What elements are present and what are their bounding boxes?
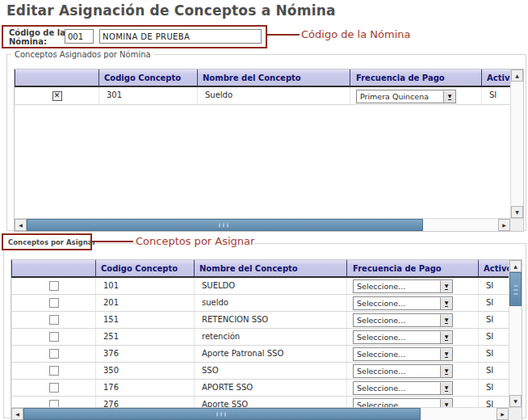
frecuencia-pago-select[interactable]: Seleccione...▼: [353, 313, 453, 327]
frecuencia-pago-select[interactable]: Seleccione...▼: [353, 347, 453, 361]
row-checkbox[interactable]: [49, 400, 59, 407]
frecuencia-pago-select[interactable]: Seleccione...▼: [353, 330, 453, 344]
nombre-concepto-cell: sueldo: [195, 295, 347, 311]
checkbox-cell: ✕: [15, 87, 99, 104]
dropdown-button[interactable]: ▼: [440, 331, 452, 343]
frecuencia-cell: Primera Quincena▼: [350, 87, 482, 104]
chevron-down-icon: ▼: [448, 94, 452, 100]
frecuencia-pago-select[interactable]: Seleccione...▼: [353, 364, 453, 378]
dropdown-button[interactable]: ▼: [440, 365, 452, 377]
scrollbar-thumb[interactable]: [23, 408, 421, 420]
scroll-up-button[interactable]: ▲: [509, 260, 522, 272]
horizontal-scrollbar[interactable]: ◀ ▶: [15, 218, 510, 231]
dropdown-button[interactable]: ▼: [440, 399, 452, 407]
nombre-concepto-cell: Aporte Patronal SSO: [195, 346, 347, 362]
frecuencia-selected-value: Seleccione...: [354, 350, 440, 359]
vertical-scrollbar[interactable]: ▲ ▼: [509, 260, 522, 407]
frecuencia-pago-select[interactable]: Seleccione...▼: [353, 381, 453, 395]
scroll-right-icon: ▶: [502, 223, 506, 228]
row-checkbox[interactable]: [49, 383, 59, 393]
checkbox-cell: [12, 278, 96, 294]
codigo-concepto-cell: 251: [96, 329, 195, 345]
chevron-down-icon: ▼: [445, 334, 449, 341]
frecuencia-selected-value: Seleccione...: [354, 282, 440, 291]
frecuencia-cell: Seleccione...▼: [347, 295, 479, 311]
row-checkbox[interactable]: [49, 281, 59, 291]
table-row: ✕301SueldoPrimera Quincena▼SI: [15, 87, 510, 105]
frecuencia-pago-select[interactable]: Seleccione...▼: [353, 398, 453, 407]
nomina-annotation-text: Código de la Nómina: [301, 28, 410, 40]
dropdown-button[interactable]: ▼: [443, 90, 455, 103]
nomina-code-input[interactable]: [65, 29, 94, 44]
scroll-down-button[interactable]: ▼: [511, 206, 523, 218]
scrollbar-track[interactable]: [23, 408, 497, 420]
table-row: 350SSOSeleccione...▼SI: [11, 363, 509, 380]
codigo-concepto-cell: 376: [96, 346, 195, 362]
scrollbar-track[interactable]: [511, 82, 523, 206]
scrollbar-thumb[interactable]: [27, 219, 423, 231]
assigned-concepts-fieldset: Conceptos Asignados por Nómina Codigo Co…: [6, 50, 526, 231]
table-row: 376Aporte Patronal SSOSeleccione...▼SI: [11, 346, 509, 363]
frecuencia-pago-select[interactable]: Primera Quincena▼: [356, 90, 456, 103]
scrollbar-corner: [510, 218, 523, 231]
frecuencia-cell: Seleccione...▼: [347, 380, 479, 396]
scrollbar-track[interactable]: [27, 219, 498, 231]
frecuencia-cell: Seleccione...▼: [347, 278, 479, 294]
nomina-name-input[interactable]: [99, 29, 262, 44]
available-concepts-table: Codigo ConceptoNombre del ConceptoFrecue…: [11, 260, 509, 407]
chevron-down-icon: ▼: [445, 317, 449, 324]
column-header: Activo: [479, 260, 509, 276]
dropdown-button[interactable]: ▼: [440, 280, 452, 292]
annotation-connector-line: [267, 34, 300, 36]
vertical-scrollbar[interactable]: ▲ ▼: [510, 69, 523, 218]
activo-cell: SI: [479, 312, 509, 328]
frecuencia-pago-select[interactable]: Seleccione...▼: [353, 296, 453, 310]
frecuencia-selected-value: Seleccione...: [354, 333, 440, 342]
frecuencia-cell: Seleccione...▼: [347, 363, 479, 379]
scroll-right-button[interactable]: ▶: [497, 408, 509, 420]
dropdown-button[interactable]: ▼: [440, 382, 452, 394]
scroll-left-button[interactable]: ◀: [15, 219, 27, 231]
nombre-concepto-cell: retención: [195, 329, 347, 345]
scroll-down-button[interactable]: ▼: [509, 395, 522, 407]
dropdown-button[interactable]: ▼: [440, 314, 452, 326]
frecuencia-pago-select[interactable]: Seleccione...▼: [353, 279, 453, 293]
activo-cell: SI: [479, 380, 509, 396]
activo-cell: SI: [479, 295, 509, 311]
row-checkbox[interactable]: [49, 332, 59, 342]
scroll-left-button[interactable]: ◀: [11, 408, 23, 420]
frecuencia-cell: Seleccione...▼: [347, 346, 479, 362]
codigo-concepto-cell: 176: [96, 380, 195, 396]
row-checkbox[interactable]: [49, 349, 59, 359]
nombre-concepto-cell: SSO: [195, 363, 347, 379]
row-checkbox-checked[interactable]: ✕: [52, 91, 62, 101]
dropdown-button[interactable]: ▼: [440, 297, 452, 309]
available-concepts-grid: Codigo ConceptoNombre del ConceptoFrecue…: [10, 259, 522, 420]
scroll-left-icon: ◀: [19, 223, 23, 228]
frecuencia-selected-value: Seleccione...: [354, 316, 440, 325]
column-header: Activo: [482, 69, 510, 86]
scrollbar-corner: [509, 407, 522, 420]
row-checkbox[interactable]: [49, 315, 59, 325]
page-title: Editar Asignación de Conceptos a Nómina: [6, 2, 336, 19]
table-row: 176APORTE SSOSeleccione...▼SI: [11, 380, 509, 397]
checkbox-cell: [12, 397, 96, 407]
row-checkbox[interactable]: [49, 298, 59, 308]
scrollbar-track[interactable]: [509, 272, 522, 395]
column-header: Frecuencia de Pago: [350, 69, 482, 86]
column-header: Codigo Concepto: [96, 260, 195, 276]
frecuencia-selected-value: Primera Quincena: [357, 92, 443, 101]
checkbox-cell: [12, 380, 96, 396]
assigned-concepts-legend: Conceptos Asignados por Nómina: [11, 50, 154, 59]
dropdown-button[interactable]: ▼: [440, 348, 452, 360]
scroll-right-button[interactable]: ▶: [498, 219, 510, 231]
horizontal-scrollbar[interactable]: ◀ ▶: [11, 407, 509, 420]
available-concepts-annotation-box: Conceptos por Asignar: [2, 233, 92, 250]
scrollbar-thumb[interactable]: [509, 272, 522, 306]
scroll-up-icon: ▲: [515, 74, 519, 78]
scroll-up-button[interactable]: ▲: [511, 69, 523, 82]
frecuencia-cell: Seleccione...▼: [347, 397, 479, 407]
row-checkbox[interactable]: [49, 366, 59, 376]
column-header: [15, 69, 99, 86]
activo-cell: SI: [479, 397, 509, 407]
